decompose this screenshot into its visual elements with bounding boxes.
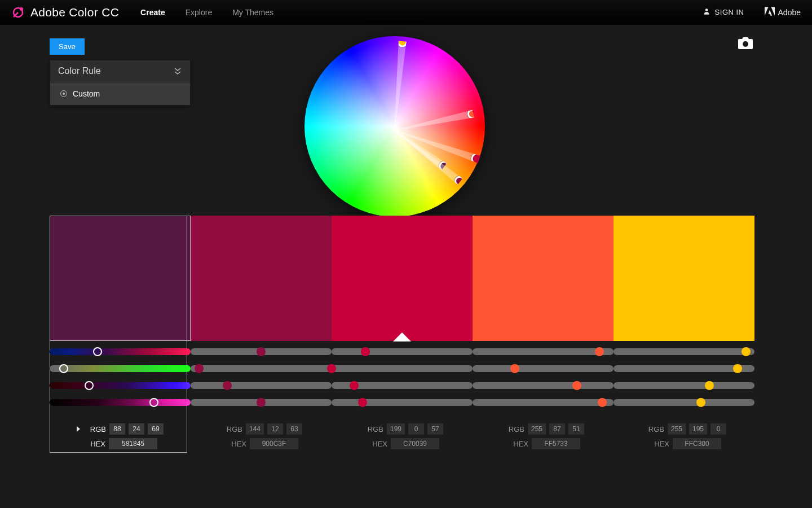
- slider-track[interactable]: [50, 348, 191, 355]
- swatch[interactable]: [614, 216, 754, 341]
- slider-track[interactable]: [614, 348, 754, 355]
- slider-track[interactable]: [191, 365, 332, 372]
- wheel-arm[interactable]: [394, 110, 474, 134]
- slider-handle[interactable]: [705, 381, 714, 390]
- swatch[interactable]: [332, 216, 473, 341]
- slider-handle[interactable]: [93, 347, 102, 356]
- svg-point-3: [705, 8, 708, 11]
- rgb-value[interactable]: 199: [387, 423, 405, 435]
- hex-value[interactable]: FFC300: [673, 438, 721, 449]
- rgb-value[interactable]: 255: [668, 423, 686, 435]
- slider-track[interactable]: [191, 382, 332, 389]
- wheel-handle[interactable]: [397, 36, 408, 47]
- rgb-label: RGB: [83, 425, 106, 433]
- slider-track[interactable]: [50, 382, 191, 389]
- swatch[interactable]: [473, 216, 614, 341]
- slider-cell: [473, 397, 614, 408]
- slider-handle[interactable]: [742, 347, 751, 356]
- color-rule-option-custom[interactable]: Custom: [50, 82, 190, 105]
- slider-track[interactable]: [614, 382, 754, 389]
- slider-cell: [50, 397, 191, 408]
- slider-track[interactable]: [473, 382, 614, 389]
- rgb-value[interactable]: 12: [267, 423, 283, 435]
- nav-explore[interactable]: Explore: [186, 8, 212, 17]
- slider-handle[interactable]: [327, 364, 336, 373]
- save-button[interactable]: Save: [50, 38, 85, 55]
- slider-handle[interactable]: [223, 381, 232, 390]
- rgb-value[interactable]: 195: [689, 423, 707, 435]
- slider-handle[interactable]: [361, 347, 370, 356]
- slider-handle[interactable]: [595, 347, 604, 356]
- slider-handle[interactable]: [733, 364, 742, 373]
- rgb-value[interactable]: 24: [129, 423, 144, 435]
- top-bar: Adobe Color CC Create Explore My Themes …: [0, 0, 812, 25]
- slider-cell: [473, 364, 614, 374]
- wheel-arm[interactable]: [392, 127, 463, 185]
- adobe-link[interactable]: Adobe: [765, 7, 801, 17]
- slider-handle[interactable]: [85, 381, 94, 390]
- rgb-value[interactable]: 57: [427, 423, 443, 435]
- slider-track[interactable]: [614, 399, 754, 406]
- rgb-value[interactable]: 0: [710, 423, 726, 435]
- hex-value[interactable]: FF5733: [532, 438, 580, 449]
- value-column: RGB199057HEXC70039: [332, 420, 473, 453]
- slider-handle[interactable]: [358, 398, 367, 407]
- rgb-label: RGB: [642, 425, 664, 433]
- slider-cell: [191, 380, 332, 391]
- wheel-handle[interactable]: [467, 108, 479, 120]
- slider-handle[interactable]: [257, 347, 266, 356]
- arrow-right-icon[interactable]: [77, 426, 80, 432]
- wheel-arm[interactable]: [391, 41, 407, 131]
- slider-handle[interactable]: [598, 398, 607, 407]
- slider-track[interactable]: [332, 348, 473, 355]
- rgb-value[interactable]: 88: [109, 423, 125, 435]
- slider-handle[interactable]: [696, 398, 705, 407]
- swatch[interactable]: [191, 216, 332, 341]
- slider-track[interactable]: [50, 399, 191, 406]
- nav-create[interactable]: Create: [140, 8, 165, 17]
- slider-track[interactable]: [332, 399, 473, 406]
- hex-value[interactable]: C70039: [391, 438, 439, 449]
- slider-handle[interactable]: [59, 364, 68, 373]
- hex-value[interactable]: 900C3F: [250, 438, 298, 449]
- swatch[interactable]: [50, 216, 191, 341]
- camera-button[interactable]: [738, 37, 753, 50]
- slider-track[interactable]: [614, 365, 754, 372]
- rgb-value[interactable]: 144: [246, 423, 264, 435]
- rgb-value[interactable]: 63: [286, 423, 302, 435]
- wheel-handle[interactable]: [453, 174, 467, 188]
- slider-track[interactable]: [473, 365, 614, 372]
- slider-handle[interactable]: [195, 364, 204, 373]
- values-row: RGB882469HEX581845RGB1441263HEX900C3FRGB…: [50, 420, 754, 453]
- user-icon: [703, 7, 710, 17]
- swatch-row: [50, 216, 754, 341]
- hex-value[interactable]: 581845: [109, 438, 157, 449]
- slider-handle[interactable]: [149, 398, 158, 407]
- slider-track[interactable]: [473, 399, 614, 406]
- svg-marker-4: [765, 7, 769, 16]
- slider-handle[interactable]: [350, 381, 359, 390]
- rgb-value[interactable]: 0: [408, 423, 424, 435]
- slider-track[interactable]: [191, 399, 332, 406]
- rgb-value[interactable]: 51: [568, 423, 584, 435]
- nav-my-themes[interactable]: My Themes: [232, 8, 273, 17]
- color-wheel[interactable]: [304, 36, 485, 217]
- wheel-handle[interactable]: [470, 151, 486, 167]
- slider-handle[interactable]: [510, 364, 519, 373]
- slider-track[interactable]: [332, 365, 473, 372]
- slider-cell: [614, 364, 754, 374]
- rgb-value[interactable]: 87: [549, 423, 565, 435]
- slider-handle[interactable]: [257, 398, 266, 407]
- color-rule-header[interactable]: Color Rule: [50, 60, 190, 82]
- adobe-color-logo-icon: [11, 6, 25, 19]
- slider-track[interactable]: [50, 365, 191, 372]
- slider-track[interactable]: [473, 348, 614, 355]
- sign-in-button[interactable]: SIGN IN: [703, 7, 744, 17]
- slider-cell: [473, 380, 614, 391]
- slider-handle[interactable]: [572, 381, 581, 390]
- slider-track[interactable]: [191, 348, 332, 355]
- rgb-value[interactable]: 255: [528, 423, 546, 435]
- rgb-value[interactable]: 69: [148, 423, 164, 435]
- slider-track[interactable]: [332, 382, 473, 389]
- slider-cell: [614, 347, 754, 357]
